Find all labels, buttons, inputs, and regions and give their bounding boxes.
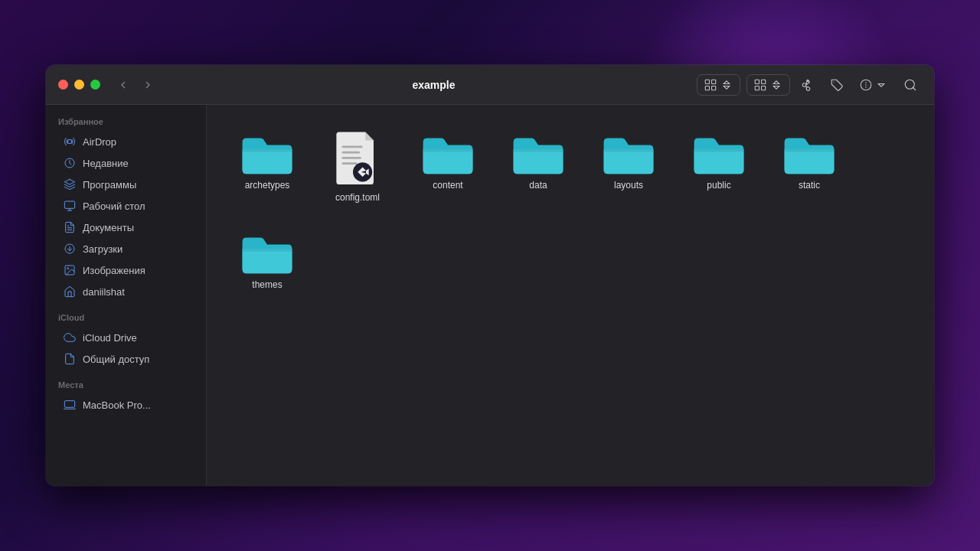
- sidebar-item-desktop[interactable]: Рабочий стол: [51, 195, 201, 217]
- sidebar-item-macbook-label: MacBook Pro...: [83, 399, 151, 411]
- sidebar-item-desktop-label: Рабочий стол: [83, 201, 145, 212]
- apps-icon: [63, 178, 77, 191]
- back-button[interactable]: [113, 74, 134, 96]
- sidebar-item-icloud-label: iCloud Drive: [83, 332, 137, 344]
- svg-rect-12: [64, 201, 74, 208]
- maximize-button[interactable]: [90, 80, 100, 90]
- sidebar-item-icloud[interactable]: iCloud Drive: [51, 327, 201, 348]
- sidebar-item-apps-label: Программы: [83, 179, 136, 191]
- sidebar-item-recent-label: Недавние: [83, 158, 129, 169]
- file-item-static[interactable]: static: [767, 123, 851, 210]
- clock-icon: [63, 156, 77, 170]
- svg-rect-2: [705, 86, 709, 90]
- file-item-data[interactable]: data: [496, 123, 580, 210]
- file-label-data: data: [529, 180, 547, 192]
- images-icon: [63, 263, 77, 277]
- svg-point-21: [352, 162, 371, 181]
- svg-rect-4: [755, 80, 759, 83]
- sidebar-item-recent[interactable]: Недавние: [51, 152, 201, 174]
- svg-rect-19: [341, 157, 361, 159]
- more-button[interactable]: [854, 75, 893, 95]
- sidebar-item-user[interactable]: daniilshat: [51, 281, 201, 302]
- folder-icon-public: [691, 129, 746, 175]
- sidebar-item-apps[interactable]: Программы: [51, 174, 201, 195]
- svg-rect-5: [762, 80, 766, 83]
- svg-point-15: [67, 268, 69, 269]
- svg-rect-6: [755, 86, 759, 90]
- file-icon-config-toml: [333, 129, 383, 187]
- sidebar-item-docs-label: Документы: [83, 222, 134, 233]
- sidebar-section-icloud: iCloud: [46, 310, 206, 325]
- close-button[interactable]: [58, 80, 68, 90]
- minimize-button[interactable]: [74, 80, 84, 90]
- file-label-archetypes: archetypes: [245, 180, 290, 192]
- folder-icon-themes: [240, 229, 295, 275]
- sidebar-item-docs[interactable]: Документы: [51, 217, 201, 238]
- nav-buttons: [113, 74, 158, 96]
- sidebar-item-macbook[interactable]: MacBook Pro...: [51, 394, 201, 416]
- titlebar: example: [46, 65, 934, 105]
- file-item-content[interactable]: content: [406, 123, 490, 210]
- icon-view-button[interactable]: [697, 75, 740, 95]
- sidebar: Избранное AirDrop: [46, 105, 207, 486]
- sidebar-item-downloads-label: Загрузки: [83, 243, 122, 255]
- file-label-config-toml: config.toml: [335, 192, 380, 204]
- sidebar-section-favorites: Избранное: [46, 114, 206, 129]
- file-item-config-toml[interactable]: config.toml: [315, 123, 400, 210]
- svg-rect-7: [762, 86, 766, 90]
- file-item-public[interactable]: public: [677, 123, 761, 210]
- sidebar-item-shared-label: Общий доступ: [83, 354, 149, 365]
- file-label-themes: themes: [252, 279, 282, 292]
- svg-rect-16: [64, 401, 74, 408]
- user-icon: [63, 285, 77, 298]
- docs-icon: [63, 220, 77, 234]
- file-item-archetypes[interactable]: archetypes: [225, 123, 309, 210]
- svg-rect-1: [712, 80, 716, 83]
- folder-icon-data: [511, 129, 566, 175]
- main-content: archetypes: [207, 105, 934, 486]
- folder-icon-content: [420, 129, 475, 175]
- share-button[interactable]: [796, 75, 819, 95]
- downloads-icon: [63, 242, 77, 256]
- svg-rect-17: [341, 146, 362, 148]
- file-item-themes[interactable]: themes: [225, 223, 309, 298]
- window-title: example: [171, 79, 697, 91]
- finder-window: example: [46, 65, 934, 486]
- sidebar-item-user-label: daniilshat: [83, 286, 125, 298]
- list-view-button[interactable]: [747, 75, 789, 95]
- svg-point-10: [67, 139, 71, 143]
- file-label-public: public: [707, 180, 730, 192]
- svg-rect-0: [705, 80, 709, 83]
- content-area: Избранное AirDrop: [46, 105, 934, 486]
- sidebar-item-airdrop-label: AirDrop: [83, 136, 116, 148]
- sidebar-item-downloads[interactable]: Загрузки: [51, 238, 201, 259]
- svg-rect-3: [712, 86, 716, 90]
- list-view-switcher: [746, 74, 790, 96]
- traffic-lights: [58, 80, 100, 90]
- file-label-content: content: [433, 180, 462, 192]
- view-switcher: [697, 74, 740, 96]
- search-button[interactable]: [899, 75, 922, 95]
- sidebar-item-airdrop[interactable]: AirDrop: [51, 131, 201, 152]
- svg-rect-18: [341, 152, 359, 154]
- tag-button[interactable]: [825, 75, 848, 95]
- sidebar-item-shared[interactable]: Общий доступ: [51, 348, 201, 370]
- file-label-layouts: layouts: [614, 180, 643, 192]
- laptop-icon: [63, 398, 77, 412]
- folder-icon-archetypes: [240, 129, 295, 175]
- desktop-icon: [63, 199, 77, 213]
- files-grid: archetypes: [225, 123, 916, 297]
- sidebar-section-places: Места: [46, 377, 206, 393]
- folder-icon-static: [782, 129, 837, 175]
- sidebar-item-images[interactable]: Изображения: [51, 259, 201, 281]
- file-item-layouts[interactable]: layouts: [586, 123, 671, 210]
- forward-button[interactable]: [137, 74, 158, 96]
- airdrop-icon: [63, 135, 77, 148]
- icloud-icon: [63, 331, 77, 344]
- svg-rect-20: [341, 162, 357, 165]
- shared-icon: [63, 352, 77, 366]
- toolbar-actions: [697, 74, 922, 96]
- sidebar-item-images-label: Изображения: [83, 265, 145, 276]
- file-label-static: static: [799, 180, 820, 192]
- folder-icon-layouts: [601, 129, 656, 175]
